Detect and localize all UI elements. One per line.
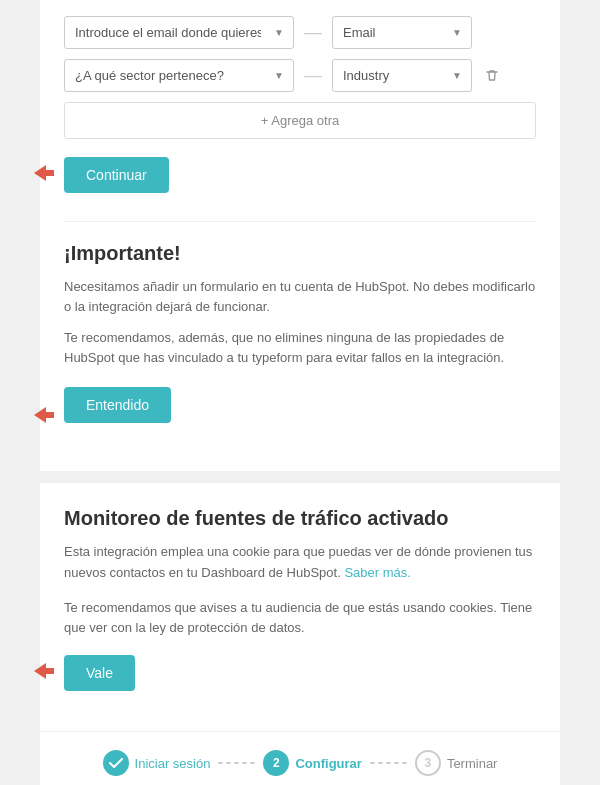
step2-item: 2 Configurar	[263, 750, 361, 776]
step3-circle: 3	[415, 750, 441, 776]
dots-2-3	[370, 762, 407, 764]
importante-title: ¡Importante!	[64, 242, 536, 265]
type-select[interactable]: Email	[332, 16, 472, 49]
step2-circle: 2	[263, 750, 289, 776]
importante-paragraph1: Necesitamos añadir un formulario en tu c…	[64, 277, 536, 316]
trash-icon	[484, 68, 500, 84]
saber-mas-link[interactable]: Saber más.	[344, 565, 410, 580]
dots-1-2	[218, 762, 255, 764]
importante-paragraph2: Te recomendamos, además, que no elimines…	[64, 328, 536, 367]
industry-select[interactable]: Industry	[332, 59, 472, 92]
step1-item: Iniciar sesión	[103, 750, 211, 776]
continuar-button[interactable]: Continuar	[64, 157, 169, 193]
svg-marker-1	[34, 407, 54, 423]
entendido-button[interactable]: Entendido	[64, 387, 171, 423]
vale-button[interactable]: Vale	[64, 655, 135, 691]
row1-divider: —	[304, 22, 322, 43]
svg-marker-2	[34, 663, 54, 679]
vale-arrow-indicator	[34, 663, 54, 683]
continuar-arrow-indicator	[34, 165, 54, 185]
svg-marker-0	[34, 165, 54, 181]
step1-label: Iniciar sesión	[135, 756, 211, 771]
entendido-arrow-indicator	[34, 407, 54, 427]
email-select[interactable]: Introduce el email donde quieres recibir…	[64, 16, 294, 49]
monitoreo-title: Monitoreo de fuentes de tráfico activado	[64, 507, 536, 530]
sector-select[interactable]: ¿A qué sector pertenece?	[64, 59, 294, 92]
step1-circle	[103, 750, 129, 776]
step3-label: Terminar	[447, 756, 498, 771]
delete-row-button[interactable]	[480, 64, 504, 88]
row2-divider: —	[304, 65, 322, 86]
monitoreo-paragraph1: Esta integración emplea una cookie para …	[64, 542, 536, 584]
add-row-button[interactable]: + Agrega otra	[64, 102, 536, 139]
checkmark-icon	[109, 758, 123, 768]
step2-label: Configurar	[295, 756, 361, 771]
monitoreo-paragraph2: Te recomendamos que avises a tu audienci…	[64, 598, 536, 640]
stepper: Iniciar sesión 2 Configurar 3 Terminar	[40, 731, 560, 785]
step3-item: 3 Terminar	[415, 750, 498, 776]
